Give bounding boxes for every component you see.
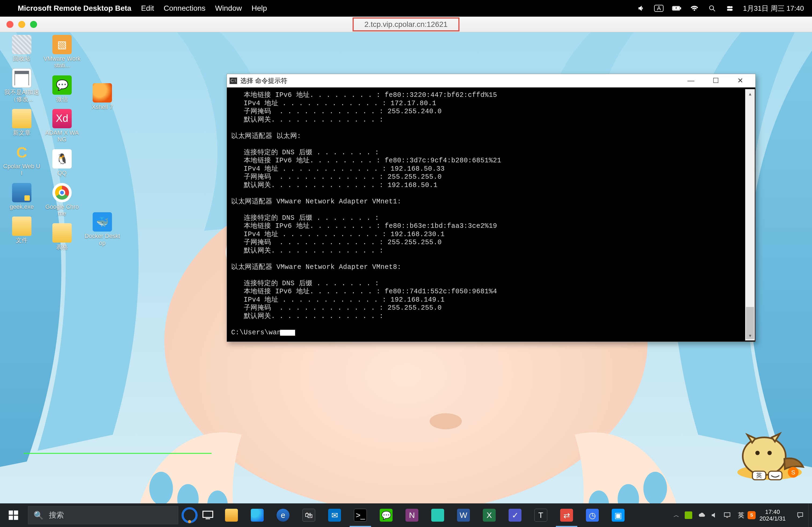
taskbar-app-todo[interactable]: ✓ xyxy=(502,503,528,527)
desktop-icon-qq[interactable]: 🐧QQ xyxy=(44,149,81,176)
taskbar-app-onenote[interactable]: N xyxy=(399,503,425,527)
window-traffic-lights xyxy=(0,21,37,28)
window-titlebar[interactable]: 2.tcp.vip.cpolar.cn:12621 xyxy=(0,17,812,32)
sogou-ime-mascot[interactable]: 英 S xyxy=(729,419,810,483)
svg-rect-29 xyxy=(768,471,782,480)
recycle-bin-icon xyxy=(12,35,31,54)
start-button[interactable] xyxy=(0,503,27,527)
docker-icon: 🐳 xyxy=(93,212,112,231)
taskbar-app-word[interactable]: W xyxy=(451,503,476,527)
taskbar-app-edge[interactable] xyxy=(244,503,270,527)
desktop-icon-xshell[interactable]: Xshell 7 xyxy=(84,83,121,110)
menu-help[interactable]: Help xyxy=(251,4,267,13)
taskbar-app-wechat[interactable]: 💬 xyxy=(373,503,399,527)
connection-address: 2.tcp.vip.cpolar.cn:12621 xyxy=(352,17,460,31)
ime-language-indicator[interactable]: 英 xyxy=(735,503,748,527)
spotlight-icon[interactable] xyxy=(708,5,717,12)
control-center-icon[interactable] xyxy=(725,5,735,12)
todo-icon: ✓ xyxy=(509,509,521,522)
edge-icon xyxy=(251,509,264,522)
taskbar-app-wxwork[interactable]: ◷ xyxy=(579,503,605,527)
svg-line-4 xyxy=(713,9,715,11)
desktop-icon-geek[interactable]: geek.exe xyxy=(3,183,40,210)
cmd-output[interactable]: 本地链接 IPv6 地址. . . . . . . . : fe80::3220… xyxy=(227,88,755,342)
svg-point-8 xyxy=(727,9,729,11)
scroll-up-icon[interactable]: ▴ xyxy=(745,89,755,99)
cmd-titlebar[interactable]: C:\ 选择 命令提示符 — ☐ ✕ xyxy=(227,74,755,88)
cmd-scrollbar[interactable]: ▴ ▾ xyxy=(745,89,755,341)
cmd-minimize-button[interactable]: — xyxy=(679,74,703,88)
ime-mode-label: 英 xyxy=(756,472,762,479)
svg-point-3 xyxy=(709,6,713,10)
system-tray[interactable]: ︿ xyxy=(670,503,735,527)
mail-icon: ✉ xyxy=(328,509,341,522)
show-desktop-button[interactable] xyxy=(808,503,812,527)
taskbar-app-explorer[interactable] xyxy=(219,503,244,527)
desktop-icon-docker[interactable]: 🐳Docker Desktop xyxy=(84,212,121,246)
taskbar-app-edge-dev[interactable] xyxy=(425,503,451,527)
nvidia-icon[interactable] xyxy=(685,511,692,519)
wechat-icon: 💬 xyxy=(52,75,72,95)
folder-icon xyxy=(52,223,72,243)
desktop-icon-cpolar[interactable]: CCpolar Web UI xyxy=(3,142,40,177)
network-tray-icon[interactable] xyxy=(723,511,731,519)
scroll-down-icon[interactable]: ▾ xyxy=(745,331,755,340)
window-minimize-button[interactable] xyxy=(18,21,25,28)
svg-point-37 xyxy=(188,520,191,523)
taskbar-app-rdp[interactable]: ⇄ xyxy=(554,503,579,527)
task-view-button[interactable] xyxy=(200,503,216,527)
menu-window[interactable]: Window xyxy=(215,4,242,13)
taskbar-search[interactable]: 🔍 搜索 xyxy=(28,506,178,524)
desktop-icon-vmware[interactable]: ▧VMware Workstati... xyxy=(44,35,81,69)
wifi-icon[interactable] xyxy=(690,5,699,12)
window-close-button[interactable] xyxy=(6,21,13,28)
tray-chevron-up-icon[interactable]: ︿ xyxy=(673,511,679,519)
volume-tray-icon[interactable] xyxy=(710,511,718,519)
desktop-icon-adamx[interactable]: XdADAM X WANG xyxy=(44,109,81,143)
taskbar-clock[interactable]: 17:40 2024/1/31 xyxy=(756,503,792,527)
taskbar-app-tencent[interactable]: ▣ xyxy=(605,503,631,527)
svg-rect-33 xyxy=(14,511,18,515)
cmd-icon: C:\ xyxy=(230,77,237,84)
remote-desktop-view: 回收站 我不是AI加速（修改... 新文章 CCpolar Web UI gee… xyxy=(0,32,812,527)
taskbar-app-edge-legacy[interactable]: e xyxy=(270,503,296,527)
cmd-maximize-button[interactable]: ☐ xyxy=(703,74,728,88)
cortana-icon[interactable] xyxy=(181,507,198,524)
input-source-indicator[interactable]: A xyxy=(654,5,664,12)
taskbar-app-excel[interactable]: X xyxy=(476,503,502,527)
svg-rect-34 xyxy=(9,516,13,520)
xshell-icon xyxy=(93,83,112,103)
qq-icon: 🐧 xyxy=(52,149,72,168)
desktop-icon-folder-new[interactable]: 新文章 xyxy=(3,109,40,136)
sogou-ime-tray-icon[interactable]: S xyxy=(748,511,756,519)
desktop-icon-folder-files[interactable]: 文件 xyxy=(3,216,40,244)
vmware-icon: ▧ xyxy=(52,35,72,54)
wxwork-icon: ◷ xyxy=(586,509,599,522)
onedrive-icon[interactable] xyxy=(698,511,705,519)
desktop-icon-recycle-bin[interactable]: 回收站 xyxy=(3,35,40,62)
cmd-close-button[interactable]: ✕ xyxy=(728,74,753,88)
svg-rect-7 xyxy=(729,9,733,11)
menu-edit[interactable]: Edit xyxy=(141,4,154,13)
volume-icon[interactable] xyxy=(636,5,646,12)
taskbar-app-mail[interactable]: ✉ xyxy=(322,503,347,527)
menubar-clock[interactable]: 1月31日 周三 17:40 xyxy=(743,4,804,13)
cmd-window[interactable]: C:\ 选择 命令提示符 — ☐ ✕ 本地链接 IPv6 地址. . . . .… xyxy=(227,74,756,342)
desktop-icon-folder-tables[interactable]: 表格 xyxy=(44,223,81,250)
cmd-icon: >_ xyxy=(354,509,367,522)
window-zoom-button[interactable] xyxy=(30,21,37,28)
desktop-icon-wechat[interactable]: 💬微信 xyxy=(44,75,81,103)
battery-icon[interactable] xyxy=(672,5,681,12)
wechat-icon: 💬 xyxy=(380,509,393,522)
app-name[interactable]: Microsoft Remote Desktop Beta xyxy=(18,4,131,13)
desktop-icon-chrome[interactable]: Google Chrome xyxy=(44,183,81,217)
desktop-icon-text-file[interactable]: 我不是AI加速（修改... xyxy=(3,69,40,103)
svg-rect-39 xyxy=(206,518,210,519)
selection-marquee xyxy=(24,453,212,454)
svg-rect-32 xyxy=(9,511,13,515)
action-center-icon[interactable] xyxy=(796,511,804,519)
menu-connections[interactable]: Connections xyxy=(163,4,205,13)
taskbar-app-typora[interactable]: T xyxy=(528,503,554,527)
taskbar-app-cmd[interactable]: >_ xyxy=(347,503,373,527)
taskbar-app-store[interactable]: 🛍 xyxy=(296,503,322,527)
